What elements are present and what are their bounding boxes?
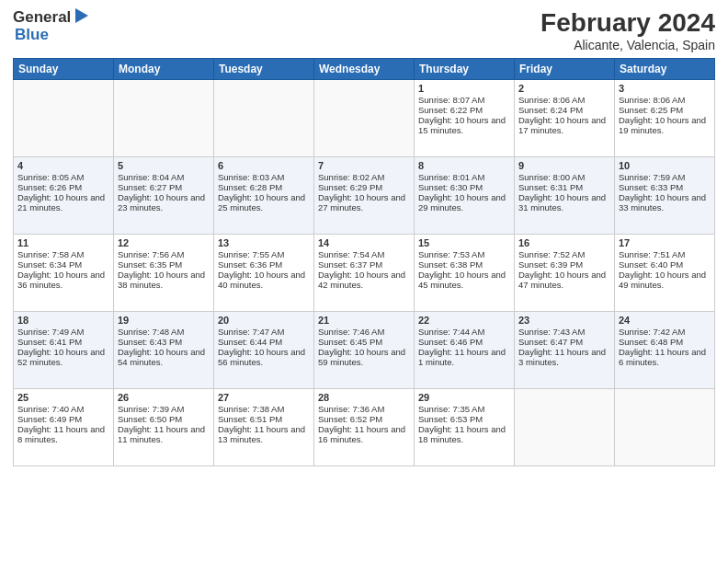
table-row: 3Sunrise: 8:06 AMSunset: 6:25 PMDaylight… bbox=[615, 79, 715, 156]
day-number: 6 bbox=[218, 160, 310, 171]
daylight-text: Daylight: 10 hours and 19 minutes. bbox=[619, 115, 711, 135]
day-number: 7 bbox=[318, 160, 410, 171]
daylight-text: Daylight: 10 hours and 59 minutes. bbox=[318, 347, 410, 367]
day-number: 23 bbox=[518, 315, 610, 326]
day-number: 16 bbox=[518, 237, 610, 248]
daylight-text: Daylight: 10 hours and 40 minutes. bbox=[218, 270, 310, 290]
sunset-text: Sunset: 6:49 PM bbox=[17, 414, 109, 424]
day-number: 22 bbox=[418, 315, 510, 326]
daylight-text: Daylight: 10 hours and 36 minutes. bbox=[17, 270, 109, 290]
day-number: 3 bbox=[619, 83, 711, 94]
logo-blue-text: Blue bbox=[15, 27, 49, 42]
table-row: 11Sunrise: 7:58 AMSunset: 6:34 PMDayligh… bbox=[14, 234, 114, 311]
header-monday: Monday bbox=[114, 58, 214, 79]
table-row bbox=[214, 79, 314, 156]
sunrise-text: Sunrise: 7:48 AM bbox=[118, 327, 210, 337]
sunset-text: Sunset: 6:41 PM bbox=[17, 337, 109, 347]
sunset-text: Sunset: 6:35 PM bbox=[118, 259, 210, 270]
sunrise-text: Sunrise: 7:56 AM bbox=[118, 249, 210, 259]
sunrise-text: Sunrise: 8:01 AM bbox=[418, 172, 510, 182]
day-number: 13 bbox=[218, 237, 310, 248]
table-row: 20Sunrise: 7:47 AMSunset: 6:44 PMDayligh… bbox=[214, 311, 314, 388]
sunrise-text: Sunrise: 7:49 AM bbox=[17, 327, 109, 337]
table-row: 29Sunrise: 7:35 AMSunset: 6:53 PMDayligh… bbox=[415, 388, 515, 465]
table-row: 16Sunrise: 7:52 AMSunset: 6:39 PMDayligh… bbox=[515, 234, 615, 311]
table-row: 14Sunrise: 7:54 AMSunset: 6:37 PMDayligh… bbox=[314, 234, 415, 311]
day-number: 21 bbox=[318, 315, 410, 326]
logo: General Blue bbox=[13, 9, 88, 42]
table-row: 10Sunrise: 7:59 AMSunset: 6:33 PMDayligh… bbox=[615, 156, 715, 234]
sunset-text: Sunset: 6:37 PM bbox=[318, 259, 410, 270]
daylight-text: Daylight: 11 hours and 8 minutes. bbox=[17, 424, 109, 444]
daylight-text: Daylight: 11 hours and 6 minutes. bbox=[619, 347, 711, 367]
table-row: 13Sunrise: 7:55 AMSunset: 6:36 PMDayligh… bbox=[214, 234, 314, 311]
sunrise-text: Sunrise: 7:42 AM bbox=[619, 327, 711, 337]
table-row: 28Sunrise: 7:36 AMSunset: 6:52 PMDayligh… bbox=[314, 388, 415, 465]
sunset-text: Sunset: 6:36 PM bbox=[218, 259, 310, 270]
sunrise-text: Sunrise: 7:46 AM bbox=[318, 327, 410, 337]
sunset-text: Sunset: 6:33 PM bbox=[619, 182, 711, 192]
sunset-text: Sunset: 6:25 PM bbox=[619, 105, 711, 115]
calendar-week-row: 4Sunrise: 8:05 AMSunset: 6:26 PMDaylight… bbox=[14, 156, 715, 234]
daylight-text: Daylight: 10 hours and 17 minutes. bbox=[518, 115, 610, 135]
sunrise-text: Sunrise: 7:55 AM bbox=[218, 249, 310, 259]
daylight-text: Daylight: 11 hours and 18 minutes. bbox=[418, 424, 510, 444]
day-number: 29 bbox=[418, 392, 510, 403]
day-number: 25 bbox=[17, 392, 109, 403]
daylight-text: Daylight: 10 hours and 27 minutes. bbox=[318, 192, 410, 213]
sunset-text: Sunset: 6:45 PM bbox=[318, 337, 410, 347]
table-row: 1Sunrise: 8:07 AMSunset: 6:22 PMDaylight… bbox=[415, 79, 515, 156]
sunrise-text: Sunrise: 8:00 AM bbox=[518, 172, 610, 182]
table-row: 12Sunrise: 7:56 AMSunset: 6:35 PMDayligh… bbox=[114, 234, 214, 311]
calendar-week-row: 18Sunrise: 7:49 AMSunset: 6:41 PMDayligh… bbox=[14, 311, 715, 388]
sunrise-text: Sunrise: 7:39 AM bbox=[118, 404, 210, 414]
sunset-text: Sunset: 6:40 PM bbox=[619, 259, 711, 270]
table-row: 23Sunrise: 7:43 AMSunset: 6:47 PMDayligh… bbox=[515, 311, 615, 388]
sunset-text: Sunset: 6:28 PM bbox=[218, 182, 310, 192]
sunset-text: Sunset: 6:34 PM bbox=[17, 259, 109, 270]
sunrise-text: Sunrise: 8:03 AM bbox=[218, 172, 310, 182]
day-number: 4 bbox=[17, 160, 109, 171]
sunrise-text: Sunrise: 8:07 AM bbox=[418, 95, 510, 105]
daylight-text: Daylight: 10 hours and 42 minutes. bbox=[318, 270, 410, 290]
sunset-text: Sunset: 6:39 PM bbox=[518, 259, 610, 270]
daylight-text: Daylight: 10 hours and 45 minutes. bbox=[418, 270, 510, 290]
day-number: 20 bbox=[218, 315, 310, 326]
day-number: 24 bbox=[619, 315, 711, 326]
header: General Blue February 2024 Alicante, Val… bbox=[13, 9, 715, 52]
daylight-text: Daylight: 11 hours and 13 minutes. bbox=[218, 424, 310, 444]
table-row: 9Sunrise: 8:00 AMSunset: 6:31 PMDaylight… bbox=[515, 156, 615, 234]
day-number: 14 bbox=[318, 237, 410, 248]
header-sunday: Sunday bbox=[14, 58, 114, 79]
sunset-text: Sunset: 6:26 PM bbox=[17, 182, 109, 192]
sunset-text: Sunset: 6:27 PM bbox=[118, 182, 210, 192]
sunrise-text: Sunrise: 7:59 AM bbox=[619, 172, 711, 182]
day-number: 26 bbox=[118, 392, 210, 403]
sunset-text: Sunset: 6:48 PM bbox=[619, 337, 711, 347]
day-number: 1 bbox=[418, 83, 510, 94]
day-number: 27 bbox=[218, 392, 310, 403]
table-row bbox=[14, 79, 114, 156]
table-row: 25Sunrise: 7:40 AMSunset: 6:49 PMDayligh… bbox=[14, 388, 114, 465]
table-row: 7Sunrise: 8:02 AMSunset: 6:29 PMDaylight… bbox=[314, 156, 415, 234]
daylight-text: Daylight: 10 hours and 54 minutes. bbox=[118, 347, 210, 367]
table-row bbox=[615, 388, 715, 465]
daylight-text: Daylight: 10 hours and 49 minutes. bbox=[619, 270, 711, 290]
logo-arrow-icon bbox=[75, 8, 88, 23]
table-row: 6Sunrise: 8:03 AMSunset: 6:28 PMDaylight… bbox=[214, 156, 314, 234]
day-number: 12 bbox=[118, 237, 210, 248]
daylight-text: Daylight: 10 hours and 47 minutes. bbox=[518, 270, 610, 290]
sunset-text: Sunset: 6:22 PM bbox=[418, 105, 510, 115]
day-number: 28 bbox=[318, 392, 410, 403]
sunrise-text: Sunrise: 7:47 AM bbox=[218, 327, 310, 337]
table-row: 19Sunrise: 7:48 AMSunset: 6:43 PMDayligh… bbox=[114, 311, 214, 388]
sunset-text: Sunset: 6:44 PM bbox=[218, 337, 310, 347]
sunset-text: Sunset: 6:38 PM bbox=[418, 259, 510, 270]
table-row: 22Sunrise: 7:44 AMSunset: 6:46 PMDayligh… bbox=[415, 311, 515, 388]
sunrise-text: Sunrise: 7:44 AM bbox=[418, 327, 510, 337]
calendar-week-row: 25Sunrise: 7:40 AMSunset: 6:49 PMDayligh… bbox=[14, 388, 715, 465]
sunrise-text: Sunrise: 8:06 AM bbox=[619, 95, 711, 105]
month-year: February 2024 bbox=[540, 9, 715, 38]
header-wednesday: Wednesday bbox=[314, 58, 415, 79]
table-row bbox=[314, 79, 415, 156]
